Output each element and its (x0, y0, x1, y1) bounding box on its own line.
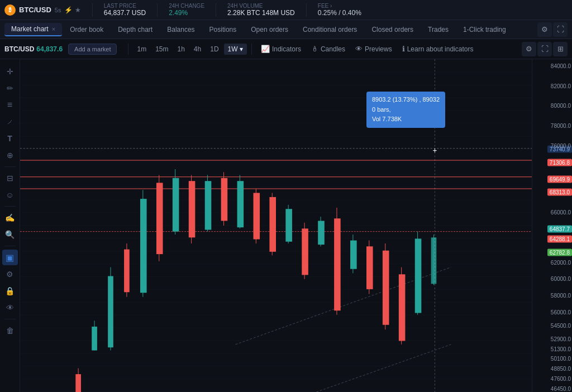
candles-button[interactable]: 🕯 Candles (307, 43, 350, 55)
tool-magnet[interactable]: ⚙ (2, 266, 18, 282)
time-4h[interactable]: 4h (190, 44, 205, 55)
price-68313: 68313.0 (547, 189, 572, 196)
sep2 (251, 44, 252, 55)
sep2 (4, 206, 16, 207)
price-56000: 56000.0 (551, 309, 571, 315)
sep1 (4, 166, 16, 167)
tab-1click[interactable]: 1-Click trading (456, 23, 513, 36)
price-60000: 60000.0 (551, 276, 571, 282)
time-15m[interactable]: 15m (151, 44, 172, 55)
volume-label: 24H VOLUME (227, 3, 295, 9)
fee-value: 0.25% / 0.40% (318, 9, 361, 17)
svg-rect-17 (140, 199, 147, 293)
tool-pencil[interactable]: ✏ (2, 80, 18, 96)
price-69649: 69649.9 (547, 175, 572, 183)
chart-area[interactable]: + 8903.2 (13.73%) , 89032 0 bars, Vol 7.… (20, 59, 532, 392)
tab-market-chart[interactable]: Market chart × (4, 23, 62, 36)
divider2 (157, 3, 158, 17)
pair-logo: ₿ (4, 4, 16, 16)
price-54500: 54500.0 (551, 322, 571, 328)
tool-lines[interactable]: ≡ (2, 97, 18, 113)
pair-icons: ⚡ ★ (64, 6, 80, 14)
close-tab-icon[interactable]: × (52, 26, 55, 32)
previews-icon: 👁 (355, 45, 363, 53)
price-84000: 84000.0 (551, 63, 571, 69)
tool-lock[interactable]: 🔒 (2, 283, 18, 299)
tab-open-orders[interactable]: Open orders (244, 23, 295, 36)
top-bar: ₿ BTC/USD 5s ⚡ ★ LAST PRICE 64,837.7 USD… (0, 0, 572, 20)
volume-value: 2.28K BTC 148M USD (227, 9, 295, 17)
tool-order-lines[interactable]: ⊟ (2, 170, 18, 186)
chart-grid-button[interactable]: ⊞ (553, 42, 568, 56)
svg-rect-21 (173, 178, 179, 232)
chart-toolbar: BTC/USD 64,837.6 Add a market 1m 15m 1h … (0, 39, 572, 59)
tab-order-book[interactable]: Order book (63, 23, 110, 36)
price-46450: 46450.0 (551, 386, 571, 392)
change-value: 2.49% (169, 9, 204, 17)
chart-pair-badge[interactable]: BTC/USD 64,837.6 (4, 45, 63, 53)
tool-draw[interactable]: ✍ (2, 210, 18, 226)
tool-trash[interactable]: 🗑 (2, 323, 18, 338)
divider3 (216, 3, 216, 17)
svg-rect-41 (334, 218, 341, 310)
tool-emoji[interactable]: ☺ (2, 187, 18, 203)
tool-crosshair[interactable]: ✛ (2, 64, 18, 79)
tab-balances[interactable]: Balances (160, 23, 201, 36)
main-content: ✛ ✏ ≡ ⟋ T ⊕ ⊟ ☺ ✍ 🔍 ▣ ⚙ 🔒 👁 🗑 (0, 59, 572, 392)
price-48850: 48850.0 (551, 366, 571, 372)
tab-conditional-orders[interactable]: Conditional orders (296, 23, 364, 36)
learn-button[interactable]: ℹ Learn about indicators (398, 43, 478, 55)
indicators-icon: 📈 (261, 45, 270, 53)
pair-name[interactable]: BTC/USD (19, 6, 51, 14)
svg-rect-49 (399, 274, 406, 341)
indicators-button[interactable]: 📈 Indicators (256, 43, 306, 55)
last-price-label: LAST PRICE (104, 3, 146, 9)
tab-closed-orders[interactable]: Closed orders (365, 23, 420, 36)
tool-ray[interactable]: ⟋ (2, 114, 18, 130)
price-52900: 52900.0 (551, 336, 571, 342)
price-64837: 64837.7 (547, 225, 572, 232)
tab-depth-chart[interactable]: Depth chart (111, 23, 159, 36)
chart-expand-button[interactable]: ⛶ (537, 42, 552, 56)
last-price-value: 64,837.7 USD (104, 9, 146, 17)
previews-button[interactable]: 👁 Previews (351, 43, 397, 55)
sep4 (4, 319, 16, 319)
price-82000: 82000.0 (551, 83, 571, 89)
tool-eye[interactable]: 👁 (2, 300, 18, 315)
add-market-button[interactable]: Add a market (68, 44, 117, 55)
tab-trades[interactable]: Trades (421, 23, 455, 36)
sep1 (128, 44, 128, 55)
time-1d[interactable]: 1D (206, 44, 222, 55)
tool-text[interactable]: T (2, 131, 18, 146)
pair-interval: 5s (55, 7, 61, 13)
time-1w[interactable]: 1W ▾ (224, 44, 247, 55)
tool-active[interactable]: ▣ (2, 250, 18, 265)
price-58000: 58000.0 (551, 293, 571, 299)
svg-rect-35 (285, 209, 292, 242)
sep3 (4, 246, 16, 246)
fullscreen-button[interactable]: ⛶ (553, 22, 568, 37)
tool-measure[interactable]: ⊕ (2, 147, 18, 163)
chart-settings-button[interactable]: ⚙ (522, 42, 536, 56)
svg-rect-29 (237, 181, 244, 227)
left-toolbar: ✛ ✏ ≡ ⟋ T ⊕ ⊟ ☺ ✍ 🔍 ▣ ⚙ 🔒 👁 🗑 (0, 59, 20, 392)
chart-with-axis: + 8903.2 (13.73%) , 89032 0 bars, Vol 7.… (20, 59, 572, 392)
divider1 (92, 3, 93, 17)
settings-button[interactable]: ⚙ (537, 22, 552, 37)
price-66000: 66000.0 (551, 209, 571, 216)
volume-group: 24H VOLUME 2.28K BTC 148M USD (227, 3, 295, 17)
candles-icon: 🕯 (311, 45, 318, 53)
time-1h[interactable]: 1h (174, 44, 189, 55)
price-62000: 62000.0 (551, 259, 571, 265)
price-78000: 78000.0 (551, 123, 571, 129)
tab-positions[interactable]: Positions (203, 23, 244, 36)
change-group: 24H CHANGE 2.49% (169, 3, 204, 17)
tool-zoom[interactable]: 🔍 (2, 227, 18, 242)
price-71306: 71306.8 (547, 159, 572, 166)
svg-rect-31 (254, 193, 260, 239)
svg-rect-51 (415, 238, 422, 313)
time-1m[interactable]: 1m (133, 44, 150, 55)
svg-rect-23 (189, 181, 196, 237)
svg-rect-27 (221, 178, 228, 221)
svg-rect-45 (366, 246, 373, 289)
